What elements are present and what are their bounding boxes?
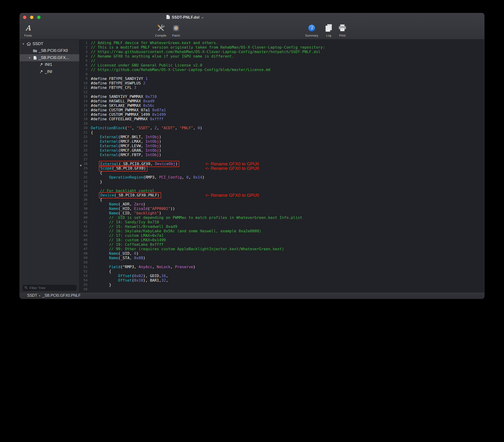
code-line[interactable]: 18#define COFFEELAKE_PWMMAX 0xffff <box>79 117 484 121</box>
code-line[interactable]: 37 Name(_ADR, Zero) <box>79 202 484 206</box>
window-content: ▼SSDT_SB.PCI0.GFX0▼_SB.PCI0.GFX...INI1_I… <box>20 40 484 292</box>
code-text: #define SKYLAKE_PWMMAX 0x56c <box>91 103 155 108</box>
code-line[interactable]: 10#define FBTYPE_HSWPLUS 2 <box>79 81 484 85</box>
filter-tree-field[interactable] <box>23 285 76 291</box>
code-line[interactable]: 45 // 18: custom LMAX=0x1499 <box>79 238 484 242</box>
code-line[interactable]: 44 // 17: custom LMAX=0x7a1 <box>79 233 484 238</box>
code-line[interactable]: 11#define FBTYPE_CFL 3 <box>79 85 484 90</box>
code-text: } <box>91 283 111 287</box>
folder-icon <box>32 49 38 53</box>
code-line[interactable]: 31 OperationRegion(RMP3, PCI_Config, 0, … <box>79 175 484 179</box>
code-line[interactable]: 46 // 19: CoffeeLake 0xffff <box>79 242 484 247</box>
code-line[interactable]: 17#define CUSTOM_PWMMAX_1499 0x1499 <box>79 112 484 117</box>
code-line[interactable]: 5// <box>79 58 484 63</box>
code-line[interactable]: 7// https://github.com/RehabMan/OS-X-Clo… <box>79 68 484 72</box>
code-line[interactable]: 12 <box>79 90 484 94</box>
code-line[interactable]: 48 Name(_UID, 0) <box>79 251 484 256</box>
code-line[interactable]: 49 Name(_STA, 0x0B) <box>79 256 484 260</box>
disclosure-triangle-icon[interactable]: ▼ <box>21 42 26 45</box>
code-line[interactable]: 20DefinitionBlock("", "SSDT", 2, "ACDT",… <box>79 126 484 130</box>
code-line[interactable]: 3// https://raw.githubusercontent.com/Re… <box>79 50 484 54</box>
code-line[interactable]: 16#define CUSTOM_PWMMAX_07a1 0x07a1 <box>79 108 484 112</box>
patch-button[interactable]: Patch <box>168 23 184 37</box>
compile-button[interactable]: Compile <box>152 23 169 37</box>
line-number: 20 <box>79 126 88 130</box>
tree-item--sb-pci0-gfx-[interactable]: ▼_SB.PCI0.GFX... <box>20 54 79 61</box>
line-number: 41 <box>79 220 88 224</box>
tree-item--sb-pci0-gfx0[interactable]: _SB.PCI0.GFX0 <box>20 47 79 54</box>
code-line[interactable]: 30 { <box>79 171 484 175</box>
code-line[interactable]: 40 // _UID is set depending on PWMMax to… <box>79 215 484 220</box>
tree-item-ssdt[interactable]: ▼SSDT <box>20 40 79 47</box>
code-line[interactable]: 22 External(RMCF.BKLT, IntObj) <box>79 135 484 139</box>
code-line[interactable]: 21{ <box>79 130 484 135</box>
print-button[interactable]: Print <box>334 23 351 37</box>
filter-tree-input[interactable] <box>29 286 77 290</box>
tree-item-ini1[interactable]: INI1 <box>20 61 79 68</box>
code-line[interactable]: 42 // 15: Haswell/Broadwell 0xad9 <box>79 224 484 229</box>
code-line[interactable]: 54 Offset(0x10), BAR1,32, <box>79 278 484 283</box>
line-number: 15 <box>79 103 88 108</box>
code-line[interactable]: 14#define HASWELL_PWMMAX 0xad9 <box>79 99 484 103</box>
code-text: #define HASWELL_PWMMAX 0xad9 <box>91 99 155 103</box>
code-line[interactable]: 29 Scope(_SB.PCI0.GFX0)<- Rename GFX0 to… <box>79 166 484 171</box>
line-number: 13 <box>79 94 88 99</box>
code-line[interactable]: 39 Name(_CID, "backlight") <box>79 211 484 215</box>
line-number: 27 <box>79 157 88 161</box>
code-line[interactable]: 13#define SANDYIVY_PWMMAX 0x710 <box>79 94 484 99</box>
code-line[interactable]: 26 External(RMCF.FBTP, IntObj) <box>79 153 484 157</box>
code-line[interactable]: 51 Field(^RMP3, AnyAcc, NoLock, Preserve… <box>79 265 484 269</box>
fonts-button[interactable]: A Fonts <box>20 23 36 37</box>
breadcrumb-item[interactable]: _SB.PCI0.GFX0.PNLF <box>42 293 81 298</box>
patch-icon <box>172 23 180 33</box>
close-button[interactable] <box>23 16 26 19</box>
code-line[interactable]: 19 <box>79 121 484 126</box>
fonts-icon: A <box>25 23 31 33</box>
code-line[interactable]: 1// Adding PNLF device for WhateverGreen… <box>79 41 484 45</box>
code-text: // _UID is set depending on PWMMax to ma… <box>91 215 302 220</box>
line-number: 46 <box>79 242 88 247</box>
code-line[interactable]: 25 External(RMCF.GRAN, IntObj) <box>79 148 484 153</box>
disclosure-triangle-icon[interactable]: ▼ <box>27 56 32 59</box>
breadcrumb-item[interactable]: SSDT <box>27 293 37 298</box>
minimize-button[interactable] <box>30 16 34 19</box>
code-line[interactable]: 50 <box>79 260 484 265</box>
code-line[interactable]: 36 { <box>79 197 484 202</box>
tree-item--ini[interactable]: _INI <box>20 68 79 75</box>
code-line[interactable]: 15#define SKYLAKE_PWMMAX 0x56c <box>79 103 484 108</box>
code-line[interactable]: 52 { <box>79 269 484 274</box>
summary-button[interactable]: i Summary <box>304 23 320 37</box>
statusbar-path: SSDT▸_SB.PCI0.GFX0.PNLF <box>27 293 81 298</box>
code-line[interactable]: 53 Offset(0x02), GDID,16, <box>79 274 484 278</box>
code-editor[interactable]: 1// Adding PNLF device for WhateverGreen… <box>79 40 484 292</box>
line-number: 7 <box>79 68 88 72</box>
code-line[interactable]: 4// Rename GFX0 to anything else if your… <box>79 54 484 58</box>
fonts-label: Fonts <box>24 34 32 37</box>
code-line[interactable]: 33 <box>79 184 484 188</box>
code-line[interactable]: 24 External(RMCF.LEVW, IntObj) <box>79 144 484 148</box>
code-line[interactable]: 35 Device(_SB.PCI0.GFX0.PNLF)<- Rename G… <box>79 193 484 197</box>
code-line[interactable]: 8 <box>79 72 484 76</box>
line-number: 49 <box>79 256 88 260</box>
chevron-down-icon[interactable] <box>201 15 204 19</box>
code-line[interactable]: 2// This is a modified PNLF version orig… <box>79 45 484 50</box>
code-line[interactable]: 23 External(RMCF.LMAX, IntObj) <box>79 139 484 144</box>
zoom-button[interactable] <box>37 16 41 19</box>
line-number: 35 <box>79 193 88 197</box>
code-line[interactable]: 56 <box>79 287 484 292</box>
code-line[interactable]: 38 Name(_HID, EisaId("APP0002")) <box>79 206 484 211</box>
code-line[interactable]: 55 } <box>79 283 484 287</box>
code-line[interactable]: 9#define FBTYPE_SANDYIVY 1 <box>79 76 484 81</box>
line-number: 10 <box>79 81 88 85</box>
method-icon <box>38 70 44 74</box>
code-line[interactable]: 43 // 16: Skylake/KabyLake 0x56c (and so… <box>79 229 484 233</box>
window-title-group[interactable]: SSDT-PNLF.dsl <box>166 13 204 21</box>
code-line[interactable]: 32 } <box>79 179 484 184</box>
line-number: 25 <box>79 148 88 153</box>
code-line[interactable]: 6// Licensed under GNU General Public Li… <box>79 63 484 68</box>
line-number: 22 <box>79 135 88 139</box>
titlebar[interactable]: SSDT-PNLF.dsl <box>20 13 484 21</box>
code-line[interactable]: 47 // 99: Other (requires custom AppleBa… <box>79 247 484 251</box>
patch-label: Patch <box>172 34 180 37</box>
code-line[interactable]: 41 // 14: Sandy/Ivy 0x710 <box>79 220 484 224</box>
